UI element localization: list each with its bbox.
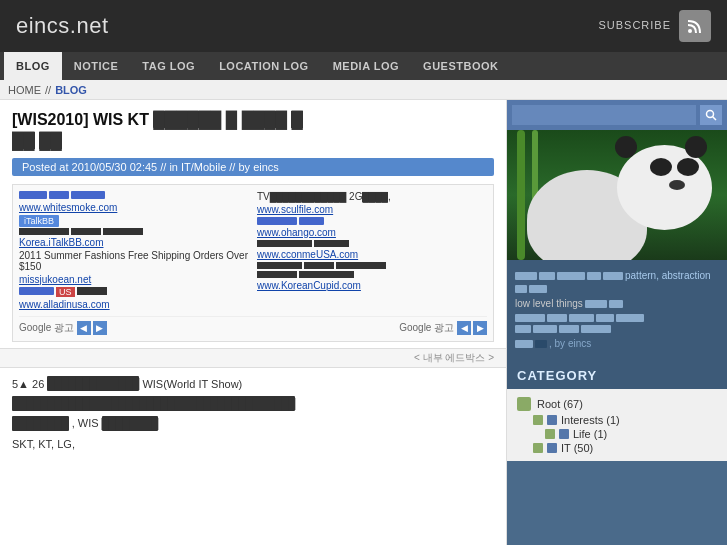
panda-ear-left — [615, 136, 637, 158]
category-interests[interactable]: Interests (1) — [517, 413, 717, 427]
body-line-2: ████████████████████████████████████████ — [12, 396, 494, 411]
ad-next-btn-r[interactable]: ▶ — [473, 321, 487, 335]
folder-icon-interests — [533, 415, 543, 425]
ad-block: www.whitesmoke.com iTalkBB Korea.iTalkBB… — [12, 184, 494, 342]
ad-prev-btn[interactable]: ◀ — [77, 321, 91, 335]
panda-eye-right — [677, 158, 699, 176]
breadcrumb-current: BLOG — [55, 84, 87, 96]
ad-nav-left[interactable]: ◀ ▶ — [77, 321, 107, 335]
ad-link-koreancupid[interactable]: www.KoreanCupid.com — [257, 280, 487, 291]
ad-link-cconme[interactable]: www.cconmeUSA.com — [257, 249, 487, 260]
body-line-3: ████████ , WIS ████████ — [12, 415, 494, 432]
ad-prev-btn-r[interactable]: ◀ — [457, 321, 471, 335]
ad-text-tv: TV████████████ 2G████, — [257, 191, 487, 202]
post-title: [WIS2010] WIS KT ██████ █ ████ ███ ██ — [0, 100, 506, 158]
site-title: eincs.net — [16, 13, 109, 39]
nav-item-notice[interactable]: NOTICE — [62, 52, 131, 80]
ad-link-sculfile[interactable]: www.sculfile.com — [257, 204, 487, 215]
ad-next-btn[interactable]: ▶ — [93, 321, 107, 335]
category-root[interactable]: Root (67) — [517, 395, 717, 413]
nav-item-blog[interactable]: BLOG — [4, 52, 62, 80]
folder-icon-life — [545, 429, 555, 439]
body-line-1: 5▲ 26 █████████████ WIS(World IT Show) — [12, 376, 494, 393]
body-line-4: SKT, KT, LG, — [12, 436, 494, 453]
nav-bar: BLOG NOTICE TAG LOG LOCATION LOG MEDIA L… — [0, 52, 727, 80]
site-header: eincs.net SUBSCRIBE — [0, 0, 727, 52]
panda-ear-right — [685, 136, 707, 158]
ad-text-fashion: 2011 Summer Fashions Free Shipping Order… — [19, 250, 249, 272]
main-layout: [WIS2010] WIS KT ██████ █ ████ ███ ██ Po… — [0, 100, 727, 545]
content-area: [WIS2010] WIS KT ██████ █ ████ ███ ██ Po… — [0, 100, 507, 545]
category-life[interactable]: Life (1) — [517, 427, 717, 441]
article-separator: < 내부 에드박스 > — [0, 348, 506, 368]
ad-link-whitesmoke[interactable]: www.whitesmoke.com — [19, 202, 249, 213]
ad-nav-right[interactable]: ◀ ▶ — [457, 321, 487, 335]
panda-eye-left — [650, 158, 672, 176]
nav-item-medialog[interactable]: MEDIA LOG — [321, 52, 411, 80]
ad-footer: Google 광고 ◀ ▶ Google 광고 ◀ ▶ — [19, 316, 487, 335]
post-meta: Posted at 2010/05/30 02:45 // in IT/Mobi… — [12, 158, 494, 176]
ad-column-left: www.whitesmoke.com iTalkBB Korea.iTalkBB… — [19, 191, 249, 312]
folder-icon-interests-2 — [547, 415, 557, 425]
category-list: Root (67) Interests (1) Life (1) IT (50) — [507, 389, 727, 461]
folder-icon-life-2 — [559, 429, 569, 439]
ad-link-italkbb[interactable]: Korea.iTalkBB.com — [19, 237, 249, 248]
category-label-root: Root (67) — [537, 398, 583, 410]
ad-label-us: US — [56, 287, 75, 297]
search-box — [507, 100, 727, 130]
folder-icon-root — [517, 397, 531, 411]
panda-nose — [669, 180, 685, 190]
nav-item-locationlog[interactable]: LOCATION LOG — [207, 52, 321, 80]
folder-icon-it-2 — [547, 443, 557, 453]
category-section: CATEGORY Root (67) Interests (1) Life (1… — [507, 362, 727, 461]
sidebar: pattern, abstraction low level things — [507, 100, 727, 545]
sidebar-tags-section: pattern, abstraction low level things — [507, 260, 727, 362]
subscribe-area: SUBSCRIBE — [598, 10, 711, 42]
ad-link-alladinusa[interactable]: www.alladinusa.com — [19, 299, 249, 310]
search-button[interactable] — [700, 105, 722, 125]
breadcrumb-home[interactable]: HOME — [8, 84, 41, 96]
ad-footer-right: Google 광고 ◀ ▶ — [399, 321, 487, 335]
svg-point-0 — [688, 29, 692, 33]
nav-item-guestbook[interactable]: GUESTBOOK — [411, 52, 510, 80]
category-label-interests: Interests (1) — [561, 414, 620, 426]
breadcrumb-sep: // — [45, 84, 51, 96]
ad-footer-left: Google 광고 ◀ ▶ — [19, 321, 107, 335]
ad-label-italkbb: iTalkBB — [19, 215, 59, 227]
folder-icon-it — [533, 443, 543, 453]
ad-link-ohango[interactable]: www.ohango.com — [257, 227, 487, 238]
svg-line-2 — [713, 117, 717, 121]
category-label-it: IT (50) — [561, 442, 593, 454]
ad-column-right: TV████████████ 2G████, www.sculfile.com … — [257, 191, 487, 312]
breadcrumb: HOME // BLOG — [0, 80, 727, 100]
category-label-life: Life (1) — [573, 428, 607, 440]
category-it[interactable]: IT (50) — [517, 441, 717, 455]
subscribe-text: SUBSCRIBE — [598, 19, 671, 32]
panda-image — [507, 130, 727, 260]
svg-point-1 — [707, 111, 714, 118]
ad-link-missjukorean[interactable]: missjukoean.net — [19, 274, 249, 285]
article-body: 5▲ 26 █████████████ WIS(World IT Show) █… — [0, 368, 506, 465]
bamboo-1 — [517, 130, 525, 260]
rss-icon[interactable] — [679, 10, 711, 42]
category-header: CATEGORY — [507, 362, 727, 389]
nav-item-taglog[interactable]: TAG LOG — [130, 52, 207, 80]
search-input[interactable] — [512, 105, 696, 125]
